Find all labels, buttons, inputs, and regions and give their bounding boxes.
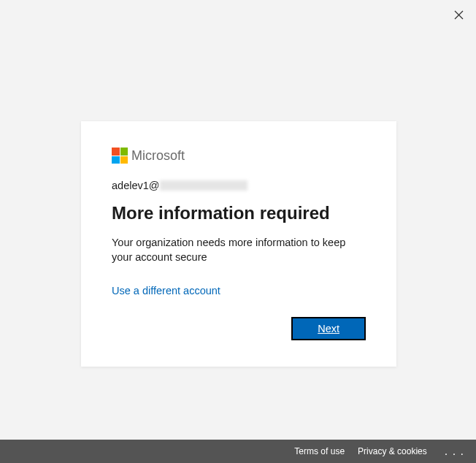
button-row: Next <box>112 317 366 340</box>
privacy-link[interactable]: Privacy & cookies <box>358 446 427 456</box>
more-options-icon[interactable]: . . . <box>440 445 469 458</box>
terms-link[interactable]: Terms of use <box>294 446 345 456</box>
email-prefix: adelev1@ <box>112 180 160 191</box>
microsoft-logo-icon <box>112 148 128 164</box>
brand: Microsoft <box>112 148 366 164</box>
account-email: adelev1@ <box>112 180 366 191</box>
email-obscured <box>160 180 247 191</box>
signin-card: Microsoft adelev1@ More information requ… <box>81 121 396 367</box>
close-icon[interactable] <box>451 7 466 22</box>
next-button[interactable]: Next <box>291 317 366 340</box>
body-text: Your organization needs more information… <box>112 235 366 265</box>
brand-label: Microsoft <box>131 148 185 164</box>
page-title: More information required <box>112 203 366 223</box>
use-different-account-link[interactable]: Use a different account <box>112 285 220 296</box>
footer: Terms of use Privacy & cookies . . . <box>0 440 476 463</box>
